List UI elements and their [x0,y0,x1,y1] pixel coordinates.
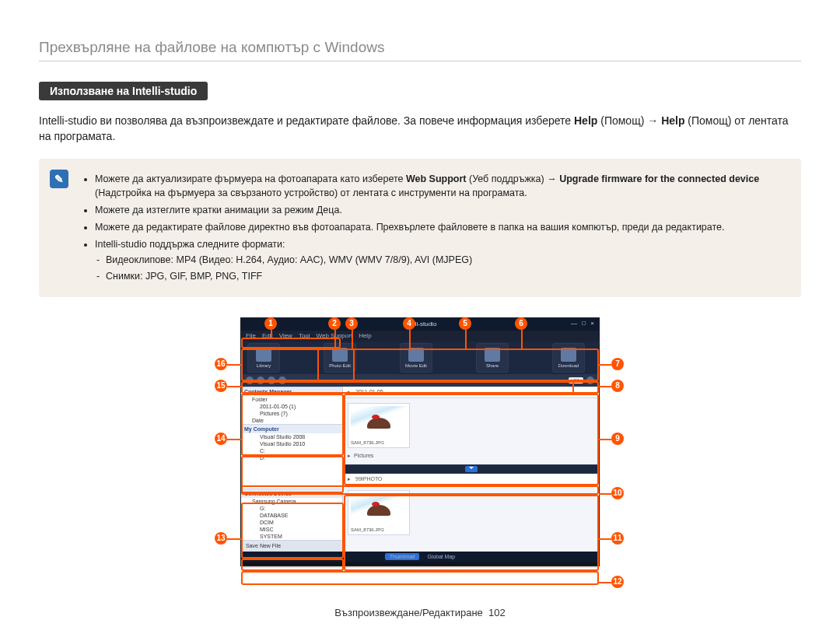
callout-14: 14 [215,433,227,445]
callout-7: 7 [611,358,624,370]
text: Можете да актуализирате фърмуера на фото… [95,173,406,184]
menu-item[interactable]: Help [359,332,371,339]
note-item: Можете да редактирате файлове директно в… [95,220,787,235]
highlight-subtoolbar [241,381,599,394]
note-subitem: Снимки: JPG, GIF, BMP, PNG, TIFF [95,269,787,284]
callout-2: 2 [328,317,341,330]
callout-9: 9 [611,433,624,445]
connector [409,330,411,349]
note-subitem: Видеоклипове: MP4 (Видео: H.264, Аудио: … [95,253,787,268]
connector [227,538,241,540]
callout-15: 15 [215,380,227,392]
connector [352,330,353,349]
note-icon: ✎ [50,170,68,188]
text: Intelli-studio ви позволява да възпроизв… [39,114,574,127]
window-buttons[interactable]: — □ × [571,320,596,327]
footer-label: Възпроизвеждане/Редактиране [334,607,483,618]
footer-page-number: 102 [488,607,506,618]
callout-16: 16 [215,358,227,370]
text-bold: Web Support [406,173,467,184]
callout-3: 3 [345,317,358,330]
highlight-divider [241,485,599,495]
text: (Помощ) → [600,114,661,127]
callout-5: 5 [459,317,471,330]
divider-line [39,61,801,61]
callout-13: 13 [215,532,227,545]
connector [599,439,611,440]
intro-paragraph: Intelli-studio ви позволява да възпроизв… [39,113,801,145]
highlight-toolbar [241,349,599,381]
callout-1: 1 [264,317,277,330]
connector [227,439,241,440]
connector [521,330,523,349]
connector [599,386,611,387]
highlight-connected-device [241,503,344,559]
text: (Уеб поддръжка) → [469,173,559,184]
connector [599,364,611,366]
callout-4: 4 [403,317,415,330]
text: Intelli-studio поддържа следните формати… [95,239,285,250]
connector [599,538,611,540]
connector [227,386,241,387]
callout-10: 10 [611,487,624,499]
highlight-all [572,381,599,394]
note-box: ✎ Можете да актуализирате фърмуера на фо… [39,159,801,297]
text-bold: Upgrade firmware for the connected devic… [559,173,759,184]
text-bold: Help [661,114,684,127]
highlight-footer [241,571,599,585]
connector [227,364,241,366]
callout-8: 8 [611,380,624,392]
highlight-thumbs-top [344,394,599,485]
highlight-thumbs-bottom [344,495,599,571]
note-list: Можете да актуализирате фърмуера на фото… [82,172,787,284]
connector [465,330,467,349]
connector [271,330,272,338]
highlight-contents-manager [241,394,344,456]
callout-12: 12 [611,576,624,588]
highlight-save [241,559,344,571]
page-heading: Прехвърляне на файлове на компютър с Win… [39,39,801,56]
note-item: Intelli-studio поддържа следните формати… [95,237,787,284]
connector [599,582,611,583]
note-item: Можете да изтеглите кратки анимации за р… [95,203,787,218]
app-titlebar: Intelli-studio — □ × [241,318,599,331]
callout-11: 11 [611,532,624,545]
highlight-menubar [241,338,341,349]
page-footer: Възпроизвеждане/Редактиране 102 [0,607,840,618]
note-item: Можете да актуализирате фърмуера на фото… [95,172,787,201]
callout-6: 6 [515,317,527,330]
screenshot-diagram: 1 2 3 4 5 6 7 8 9 10 11 12 16 15 14 13 [210,317,630,566]
section-title: Използване на Intelli-studio [39,82,208,100]
text-bold: Help [574,114,597,127]
connector [599,493,611,495]
text: (Надстройка на фърмуера за свързаното ус… [95,187,527,198]
